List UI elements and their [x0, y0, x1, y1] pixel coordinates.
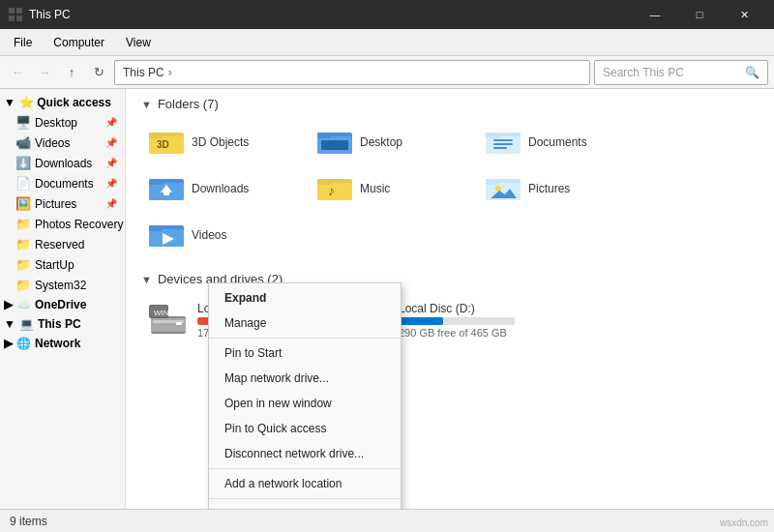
- svg-rect-1: [16, 8, 22, 14]
- sidebar-quick-access[interactable]: ▼ ⭐ Quick access: [0, 93, 125, 112]
- context-menu: Expand Manage Pin to Start Map network d…: [208, 282, 402, 509]
- window-controls: — □ ✕: [633, 0, 766, 29]
- sidebar-item-pictures[interactable]: 🖼️ Pictures 📌: [0, 193, 125, 214]
- sidebar-network[interactable]: ▶ 🌐 Network: [0, 334, 125, 353]
- window-icon: [8, 7, 23, 22]
- quick-access-chevron: ▼: [4, 96, 15, 109]
- menu-bar: File Computer View: [0, 29, 774, 56]
- svg-rect-20: [149, 179, 163, 185]
- menu-computer[interactable]: Computer: [44, 32, 114, 53]
- drive-d-info: Local Disc (D:) 290 GB free of 465 GB: [399, 302, 515, 339]
- refresh-button[interactable]: ↻: [87, 61, 110, 84]
- svg-text:3D: 3D: [157, 139, 169, 150]
- search-icon: 🔍: [745, 66, 759, 79]
- folder-3dobjects[interactable]: 3D 3D Objects: [141, 121, 306, 163]
- svg-rect-17: [493, 147, 507, 149]
- folder-3dobjects-label: 3D Objects: [192, 135, 249, 149]
- ctx-add-network[interactable]: Add a network location: [209, 471, 401, 496]
- svg-rect-15: [493, 139, 513, 141]
- drive-d-space: 290 GB free of 465 GB: [399, 327, 515, 339]
- onedrive-chevron: ▶: [4, 298, 13, 311]
- sidebar-onedrive[interactable]: ▶ ☁️ OneDrive: [0, 295, 125, 314]
- sidebar-item-downloads[interactable]: ⬇️ Downloads 📌: [0, 153, 125, 173]
- drive-d-name: Local Disc (D:): [399, 302, 515, 315]
- folders-chevron: ▼: [141, 99, 152, 110]
- onedrive-label: OneDrive: [35, 298, 86, 311]
- photos-recovery-icon: 📁: [15, 217, 31, 231]
- pin-icon-pictures: 📌: [105, 198, 117, 209]
- folder-downloads[interactable]: Downloads: [141, 167, 306, 210]
- sidebar-thispc[interactable]: ▼ 💻 This PC: [0, 314, 125, 334]
- close-button[interactable]: ✕: [722, 0, 766, 29]
- ctx-delete[interactable]: Delete: [209, 501, 401, 509]
- up-button[interactable]: ↑: [60, 61, 83, 84]
- menu-view[interactable]: View: [116, 32, 161, 53]
- pin-icon: 📌: [105, 117, 117, 128]
- svg-rect-22: [164, 192, 169, 195]
- folder-videos[interactable]: Videos: [141, 214, 306, 256]
- folder-downloads-label: Downloads: [192, 182, 249, 195]
- ctx-pin-quick[interactable]: Pin to Quick access: [209, 416, 401, 441]
- ctx-pin-start[interactable]: Pin to Start: [209, 340, 401, 366]
- folder-documents-label: Documents: [528, 135, 587, 149]
- maximize-button[interactable]: □: [677, 0, 722, 29]
- ctx-disconnect[interactable]: Disconnect network drive...: [209, 441, 401, 466]
- address-path: This PC ›: [123, 66, 581, 79]
- thispc-chevron: ▼: [4, 317, 15, 331]
- sidebar-item-startup[interactable]: 📁 StartUp: [0, 254, 125, 275]
- ctx-sep-3: [209, 498, 401, 499]
- quick-access-label: ⭐ Quick access: [19, 96, 111, 109]
- folder-music-label: Music: [360, 182, 390, 195]
- svg-text:♪: ♪: [328, 183, 335, 198]
- address-bar: ← → ↑ ↻ This PC › Search This PC 🔍: [0, 56, 774, 89]
- search-box[interactable]: Search This PC 🔍: [594, 60, 768, 85]
- drive-d-fill: [399, 317, 443, 325]
- folder-3dobjects-icon: 3D: [149, 127, 184, 158]
- folder-pictures[interactable]: Pictures: [478, 167, 642, 210]
- pin-icon-videos: 📌: [105, 137, 117, 148]
- ctx-open-new-window[interactable]: Open in new window: [209, 391, 401, 416]
- documents-icon: 📄: [15, 176, 31, 191]
- drives-chevron: ▼: [141, 274, 152, 285]
- sidebar-desktop-label: Desktop: [35, 116, 77, 130]
- ctx-expand[interactable]: Expand: [209, 285, 401, 310]
- drive-c-icon: WIN: [149, 303, 188, 338]
- sidebar: ▼ ⭐ Quick access 🖥️ Desktop 📌 📹 Videos 📌…: [0, 89, 126, 509]
- sidebar-item-desktop[interactable]: 🖥️ Desktop 📌: [0, 112, 125, 133]
- sidebar-item-reserved[interactable]: 📁 Reserved: [0, 234, 125, 254]
- folder-desktop[interactable]: Desktop: [310, 121, 474, 163]
- sidebar-item-videos[interactable]: 📹 Videos 📌: [0, 133, 125, 153]
- folder-music[interactable]: ♪ Music: [310, 167, 474, 210]
- back-button[interactable]: ←: [6, 61, 29, 84]
- main-layout: ▼ ⭐ Quick access 🖥️ Desktop 📌 📹 Videos 📌…: [0, 89, 774, 509]
- forward-button[interactable]: →: [33, 61, 56, 84]
- folder-documents[interactable]: Documents: [478, 121, 642, 163]
- pin-icon-documents: 📌: [105, 178, 117, 189]
- svg-rect-39: [176, 322, 182, 325]
- sidebar-startup-label: StartUp: [35, 258, 74, 272]
- menu-file[interactable]: File: [4, 32, 42, 53]
- ctx-manage[interactable]: Manage: [209, 310, 401, 336]
- network-chevron: ▶: [4, 337, 13, 350]
- folder-downloads-icon: [149, 173, 184, 204]
- content-area: ▼ Folders (7) 3D 3D Objects: [126, 89, 774, 509]
- window-title: This PC: [29, 8, 71, 21]
- svg-rect-0: [9, 8, 15, 14]
- svg-rect-10: [317, 133, 331, 138]
- svg-rect-2: [9, 15, 15, 21]
- network-label: Network: [35, 337, 80, 350]
- sidebar-item-system32[interactable]: 📁 System32: [0, 275, 125, 295]
- minimize-button[interactable]: —: [633, 0, 677, 29]
- folders-label: Folders (7): [158, 97, 219, 111]
- path-label: This PC: [123, 66, 164, 79]
- folders-grid: 3D 3D Objects Desktop: [141, 121, 759, 256]
- folders-section-header[interactable]: ▼ Folders (7): [141, 97, 759, 111]
- ctx-map-network[interactable]: Map network drive...: [209, 366, 401, 391]
- folder-music-icon: ♪: [317, 173, 352, 204]
- sidebar-item-documents[interactable]: 📄 Documents 📌: [0, 173, 125, 193]
- network-icon: 🌐: [16, 337, 31, 350]
- folder-pictures-icon: [486, 173, 521, 204]
- address-input[interactable]: This PC ›: [114, 60, 590, 85]
- pin-icon-downloads: 📌: [105, 158, 117, 168]
- sidebar-item-photos-recovery[interactable]: 📁 Photos Recovery: [0, 214, 125, 234]
